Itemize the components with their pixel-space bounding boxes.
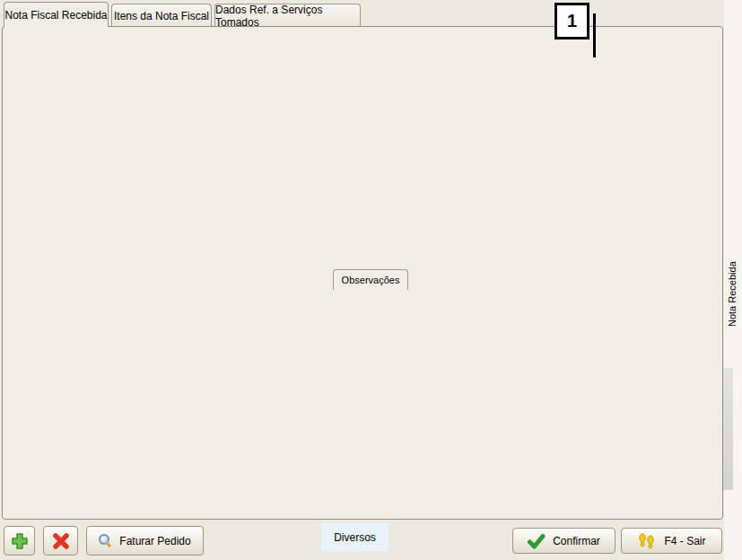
tab-label: Dados Ref. a Serviços Tomados xyxy=(215,4,360,29)
tab-label: Nota Fiscal Recebida xyxy=(4,9,107,22)
tab-label: Observações xyxy=(342,275,400,285)
tab-observacoes[interactable]: Observações xyxy=(333,269,408,290)
delete-button[interactable] xyxy=(43,526,78,556)
annotation-line xyxy=(593,13,596,57)
red-x-icon xyxy=(52,532,70,550)
tab-dados-ref-servicos-tomados[interactable]: Dados Ref. a Serviços Tomados xyxy=(214,4,361,27)
faturar-pedido-label: Faturar Pedido xyxy=(119,535,190,547)
f4-sair-button[interactable]: F4 - Sair xyxy=(621,528,722,554)
diversos-label: Diversos xyxy=(334,531,376,544)
magnifier-icon xyxy=(99,534,112,547)
green-check-icon xyxy=(528,533,546,549)
vertical-scrollbar[interactable] xyxy=(723,368,733,490)
annotation-callout-1: 1 xyxy=(554,3,589,39)
confirmar-label: Confirmar xyxy=(553,535,600,547)
nota-fiscal-window: Nota Recebida Nota Fiscal Recebida Itens… xyxy=(0,0,742,560)
confirmar-button[interactable]: Confirmar xyxy=(512,528,615,554)
plus-icon xyxy=(10,531,30,551)
tab-label: Itens da Nota Fiscal xyxy=(114,10,209,22)
vertical-tab-nota-recebida[interactable]: Nota Recebida xyxy=(723,221,741,368)
footprints-icon xyxy=(637,533,657,549)
f4-sair-label: F4 - Sair xyxy=(664,535,705,547)
tab-nota-fiscal-recebida[interactable]: Nota Fiscal Recebida xyxy=(4,2,109,27)
diversos-menu[interactable]: Diversos xyxy=(321,523,388,551)
add-button[interactable] xyxy=(4,526,35,556)
tab-itens-da-nota-fiscal[interactable]: Itens da Nota Fiscal xyxy=(111,4,212,27)
faturar-pedido-button[interactable]: Faturar Pedido xyxy=(86,526,204,556)
